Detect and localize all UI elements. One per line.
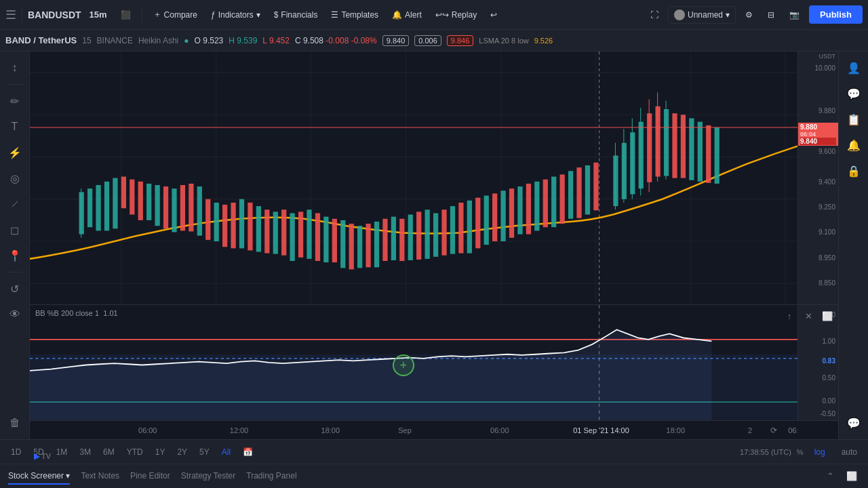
log-button[interactable]: log <box>809 445 831 459</box>
undo-icon[interactable]: ↺ <box>4 278 26 300</box>
fullscreen-button[interactable]: ⛶ <box>645 7 664 22</box>
templates-button[interactable]: ☰ Templates <box>326 7 384 22</box>
tf-calendar[interactable]: 📅 <box>237 445 258 459</box>
undo-button[interactable]: ↩ <box>485 7 502 22</box>
eye-icon[interactable]: 👁 <box>4 304 26 325</box>
lsma-label: LSMA 20 8 low <box>479 37 528 45</box>
svg-rect-49 <box>349 224 354 269</box>
time-axis: 06:00 12:00 18:00 Sep 06:00 01 Sep '21 1… <box>30 420 838 439</box>
right-sidebar: 👤 💬 📋 🔔 🔒 💬 <box>838 52 868 439</box>
tf-1y[interactable]: 1Y <box>150 445 171 459</box>
calendar-icon[interactable]: 📋 <box>843 108 865 130</box>
svg-rect-46 <box>323 217 328 262</box>
sub-expand-icon[interactable]: ⬜ <box>819 308 835 324</box>
svg-text:Sep: Sep <box>398 426 412 434</box>
svg-rect-19 <box>96 185 100 230</box>
price-8950: 8.950 <box>818 254 835 262</box>
svg-rect-71 <box>534 182 539 231</box>
tab-trading-panel[interactable]: Trading Panel <box>246 468 296 485</box>
svg-rect-54 <box>391 217 396 260</box>
pin-icon[interactable]: 📍 <box>4 245 26 266</box>
cursor-icon[interactable]: ↕ <box>4 57 26 79</box>
tf-ytd[interactable]: YTD <box>121 445 149 459</box>
text-icon[interactable]: T <box>4 116 26 138</box>
badge3: 9.846 <box>447 35 474 46</box>
symbol-label[interactable]: BANDUSDT <box>28 9 81 20</box>
profile-icon[interactable]: 👤 <box>843 57 865 79</box>
tab-stock-screener[interactable]: Stock Screener ▾ <box>8 468 70 485</box>
panel-collapse-button[interactable]: ⌃ <box>822 468 838 485</box>
tf-1m[interactable]: 1M <box>51 445 73 459</box>
sub-level-083: 0.83 <box>823 357 835 365</box>
svg-rect-61 <box>450 206 455 254</box>
auto-button[interactable]: auto <box>836 445 863 459</box>
tf-all[interactable]: All <box>216 445 236 459</box>
main-chart[interactable]: سـودآموز ✛ ⊞ <box>30 52 838 304</box>
badge1: 9.840 <box>382 35 410 46</box>
rect-icon[interactable]: ◻ <box>4 219 26 241</box>
templates-icon: ☰ <box>331 10 338 20</box>
settings-button[interactable]: ⚙ <box>740 7 758 22</box>
tf-3m[interactable]: 3M <box>74 445 96 459</box>
current-price-val: 9.880 <box>800 123 836 131</box>
svg-rect-75 <box>568 171 573 219</box>
svg-rect-52 <box>374 222 379 267</box>
alert-button[interactable]: 🔔 Alert <box>387 7 427 22</box>
replay-button[interactable]: ↩↪ Replay <box>430 7 482 22</box>
camera-button[interactable]: 📷 <box>784 7 805 22</box>
low-label: L <box>262 36 267 45</box>
message-icon[interactable]: 💬 <box>843 412 865 434</box>
dot-indicator: ● <box>184 36 189 45</box>
svg-rect-65 <box>484 196 489 245</box>
circle-icon[interactable]: ◎ <box>4 167 26 189</box>
tab-pine-editor[interactable]: Pine Editor <box>130 468 170 485</box>
high-label: H <box>229 36 235 45</box>
unnamed-button[interactable]: Unnamed ▾ <box>668 6 736 24</box>
svg-rect-34 <box>222 205 227 247</box>
ohlc-high: H 9.539 <box>229 36 257 45</box>
svg-rect-58 <box>425 209 430 259</box>
svg-rect-64 <box>475 198 480 249</box>
notification-icon[interactable]: 🔔 <box>843 134 865 156</box>
svg-rect-26 <box>155 185 160 226</box>
indicators-icon: ƒ <box>211 10 216 20</box>
timeframe-button[interactable]: 15m <box>84 7 113 22</box>
svg-text:18:00: 18:00 <box>321 426 340 434</box>
indicators-button[interactable]: ƒ Indicators ▾ <box>205 7 266 22</box>
publish-button[interactable]: Publish <box>809 5 863 24</box>
price-9400: 9.400 <box>818 178 835 186</box>
tf-5y[interactable]: 5Y <box>194 445 215 459</box>
layout-button[interactable]: ⊟ <box>762 7 780 22</box>
change-pct: -0.08% <box>351 36 377 45</box>
trash-icon[interactable]: 🗑 <box>4 412 26 434</box>
badge2: 0.006 <box>414 35 441 46</box>
sub-close-icon[interactable]: ✕ <box>800 308 816 324</box>
svg-text:18:00: 18:00 <box>667 426 685 434</box>
tf-1d[interactable]: 1D <box>5 445 26 459</box>
tf-2y[interactable]: 2Y <box>172 445 193 459</box>
tab-strategy-tester[interactable]: Strategy Tester <box>181 468 235 485</box>
lock-icon[interactable]: 🔒 <box>843 160 865 182</box>
sub-panel[interactable]: BB %B 200 close 1 1.01 ↑ ✕ ⬜ <box>30 304 838 420</box>
chat-icon[interactable]: 💬 <box>843 83 865 104</box>
svg-rect-96 <box>698 122 703 182</box>
panel-controls: ⌃ ⬜ <box>822 468 860 485</box>
pattern-icon[interactable]: ⚡ <box>4 142 26 163</box>
menu-icon[interactable]: ☰ <box>5 7 16 22</box>
panel-maximize-button[interactable]: ⬜ <box>844 468 860 485</box>
bars-icon-button[interactable]: ⬛ <box>115 7 136 22</box>
draw-icon[interactable]: ✏ <box>4 90 26 112</box>
tab-text-notes[interactable]: Text Notes <box>81 468 119 485</box>
svg-rect-68 <box>509 188 514 238</box>
svg-rect-41 <box>281 209 286 255</box>
compare-button[interactable]: ＋ Compare <box>148 6 203 23</box>
financials-button[interactable]: $ Financials <box>269 7 323 22</box>
chevron-down-icon: ▾ <box>256 10 260 20</box>
lsma-val: 9.526 <box>534 37 553 45</box>
sub-level-neg: -0.50 <box>820 410 835 418</box>
symbol-pair[interactable]: BAND / TetherUS <box>5 35 77 45</box>
tf-6m[interactable]: 6M <box>98 445 120 459</box>
sub-up-icon[interactable]: ↑ <box>781 308 797 324</box>
currency-label: USDT <box>819 53 836 60</box>
measure-icon[interactable]: ⟋ <box>4 193 26 215</box>
